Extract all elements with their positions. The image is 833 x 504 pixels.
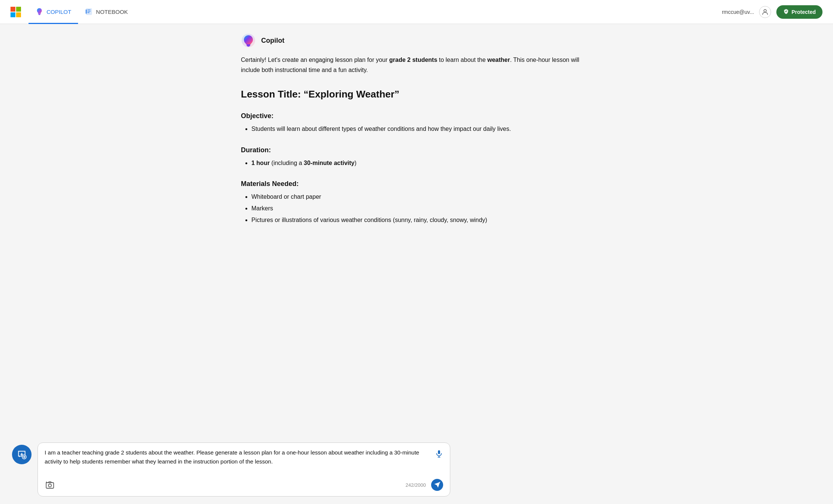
material-item-2: Markers	[251, 203, 592, 213]
copilot-label: Copilot	[261, 37, 284, 45]
tab-copilot[interactable]: COPILOT	[29, 0, 78, 24]
nav-tabs: COPILOT NOTEBOOK	[29, 0, 722, 24]
message-input-box: 242/2000	[38, 442, 450, 496]
svg-rect-0	[86, 9, 92, 15]
svg-point-5	[764, 9, 767, 12]
copilot-tab-icon	[35, 8, 44, 16]
section-objective-heading: Objective:	[241, 112, 592, 120]
send-button[interactable]	[431, 479, 443, 491]
section-duration-heading: Duration:	[241, 146, 592, 154]
section-materials-heading: Materials Needed:	[241, 180, 592, 188]
duration-item-1: 1 hour (including a 30-minute activity)	[251, 158, 592, 168]
ms-logo-blue	[11, 12, 15, 17]
duration-list: 1 hour (including a 30-minute activity)	[241, 158, 592, 170]
shield-svg	[783, 8, 789, 14]
tab-notebook[interactable]: NOTEBOOK	[78, 0, 135, 24]
mic-svg	[435, 450, 443, 458]
user-icon	[761, 8, 769, 16]
materials-list: Whiteboard or chart paper Markers Pictur…	[241, 192, 592, 227]
top-navigation: COPILOT NOTEBOOK rmccue@uv...	[0, 0, 833, 24]
bottom-input-bar: 242/2000	[0, 436, 833, 504]
user-email: rmccue@uv...	[722, 9, 754, 15]
svg-rect-12	[438, 450, 440, 454]
notebook-tab-label: NOTEBOOK	[96, 9, 128, 15]
material-item-1: Whiteboard or chart paper	[251, 192, 592, 202]
user-profile-button[interactable]	[759, 6, 771, 18]
svg-point-16	[48, 484, 51, 487]
objective-list: Students will learn about different type…	[241, 124, 592, 135]
send-icon	[434, 482, 441, 488]
char-count: 242/2000	[406, 482, 426, 488]
ms-logo-green	[16, 7, 21, 12]
notebook-tab-icon	[85, 8, 93, 16]
lesson-title: Lesson Title: “Exploring Weather”	[241, 88, 592, 100]
ms-logo-red	[11, 7, 15, 12]
main-content: Copilot Certainly! Let's create an engag…	[229, 24, 604, 504]
shield-icon	[783, 8, 789, 16]
input-row	[45, 448, 443, 475]
ms-logo-yellow	[16, 12, 21, 17]
camera-icon	[45, 480, 54, 489]
protected-label: Protected	[791, 9, 816, 15]
protected-button[interactable]: Protected	[776, 5, 822, 19]
svg-rect-15	[46, 483, 54, 488]
copilot-tab-label: COPILOT	[47, 9, 71, 15]
response-intro: Certainly! Let's create an engaging less…	[241, 55, 592, 75]
input-footer: 242/2000	[45, 479, 443, 491]
image-capture-button[interactable]	[45, 480, 55, 490]
microphone-button[interactable]	[435, 450, 443, 460]
chat-fab-icon	[17, 450, 27, 459]
footer-right: 242/2000	[406, 479, 443, 491]
copilot-logo	[241, 33, 256, 48]
copilot-response-header: Copilot	[241, 33, 592, 48]
material-item-3: Pictures or illustrations of various wea…	[251, 215, 592, 225]
nav-right-area: rmccue@uv... Protected	[722, 5, 822, 19]
message-input[interactable]	[45, 448, 431, 475]
microsoft-logo	[11, 7, 21, 17]
objective-item-1: Students will learn about different type…	[251, 124, 592, 134]
new-chat-button[interactable]	[12, 445, 32, 464]
